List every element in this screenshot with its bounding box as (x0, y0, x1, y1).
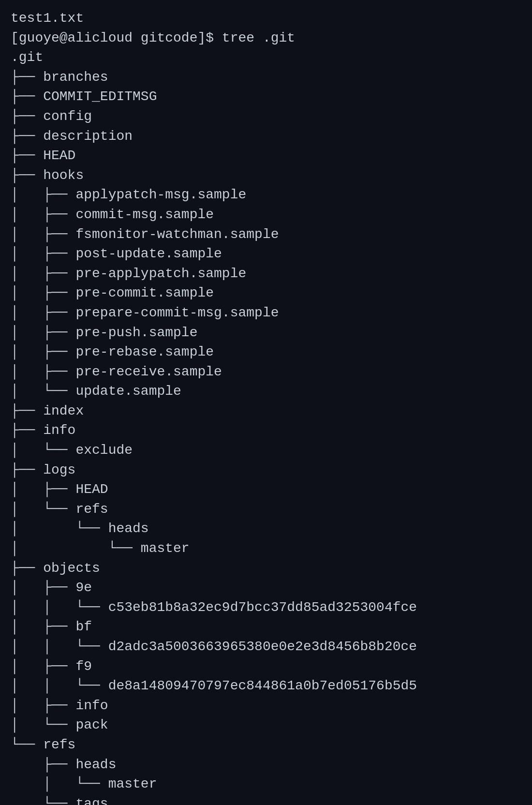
terminal-line: ├── HEAD (11, 146, 526, 166)
terminal-line: │ ├── HEAD (11, 480, 526, 500)
terminal-line: │ ├── bf (11, 617, 526, 637)
terminal-line: │ └── exclude (11, 441, 526, 461)
terminal-line: test1.txt (11, 9, 526, 29)
terminal-line: │ └── master (11, 539, 526, 559)
terminal-line: .git (11, 48, 526, 68)
terminal-line: │ └── update.sample (11, 382, 526, 402)
terminal-line: ├── index (11, 402, 526, 421)
terminal-line: │ ├── pre-applypatch.sample (11, 264, 526, 284)
terminal-line: └── tags (11, 794, 526, 805)
terminal-line: │ ├── pre-rebase.sample (11, 343, 526, 362)
terminal-line: ├── COMMIT_EDITMSG (11, 87, 526, 107)
terminal-line: ├── heads (11, 755, 526, 775)
terminal-line: ├── hooks (11, 166, 526, 186)
terminal-line: ├── description (11, 127, 526, 147)
terminal-line: │ └── heads (11, 519, 526, 539)
terminal-line: │ ├── info (11, 696, 526, 716)
terminal-window: test1.txt[guoye@alicloud gitcode]$ tree … (5, 5, 532, 805)
terminal-line: │ ├── 9e (11, 578, 526, 598)
terminal-line: └── refs (11, 735, 526, 755)
terminal-output: test1.txt[guoye@alicloud gitcode]$ tree … (11, 9, 526, 805)
terminal-line: ├── info (11, 421, 526, 441)
terminal-line: │ ├── applypatch-msg.sample (11, 185, 526, 205)
terminal-line: ├── objects (11, 559, 526, 579)
terminal-line: │ │ └── c53eb81b8a32ec9d7bcc37dd85ad3253… (11, 598, 526, 618)
terminal-line: │ ├── fsmonitor-watchman.sample (11, 225, 526, 245)
terminal-line: │ ├── f9 (11, 657, 526, 677)
terminal-line: ├── config (11, 107, 526, 127)
terminal-line: │ ├── commit-msg.sample (11, 205, 526, 225)
terminal-line: │ └── refs (11, 500, 526, 520)
terminal-line: [guoye@alicloud gitcode]$ tree .git (11, 29, 526, 48)
terminal-line: │ ├── prepare-commit-msg.sample (11, 303, 526, 323)
terminal-line: │ │ └── de8a14809470797ec844861a0b7ed051… (11, 676, 526, 696)
terminal-line: │ │ └── d2adc3a5003663965380e0e2e3d8456b… (11, 637, 526, 657)
terminal-line: ├── logs (11, 461, 526, 480)
terminal-line: ├── branches (11, 68, 526, 88)
terminal-line: │ ├── pre-receive.sample (11, 362, 526, 382)
terminal-line: │ ├── pre-push.sample (11, 323, 526, 343)
terminal-line: │ └── master (11, 775, 526, 794)
terminal-line: │ ├── pre-commit.sample (11, 283, 526, 303)
terminal-line: │ └── pack (11, 716, 526, 735)
terminal-line: │ ├── post-update.sample (11, 244, 526, 264)
